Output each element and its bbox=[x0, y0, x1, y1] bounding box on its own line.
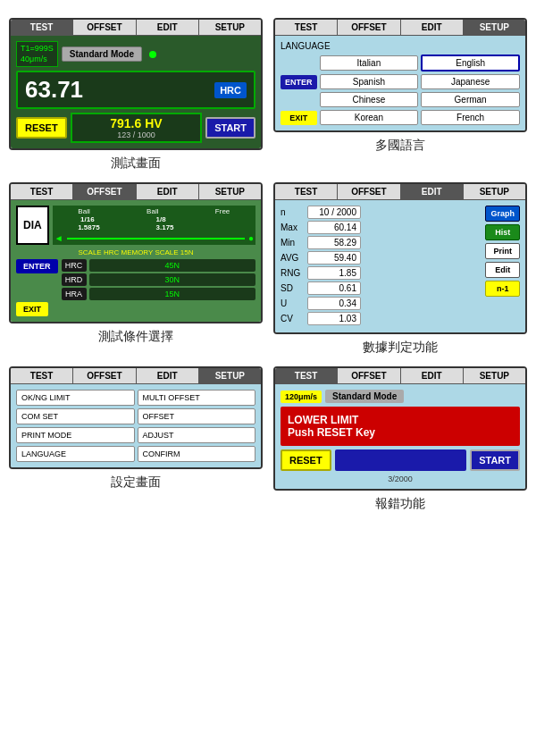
setup-panel: TEST OFFSET EDIT SETUP OK/NG LIMITMULTI … bbox=[9, 366, 263, 469]
setup-item[interactable]: OFFSET bbox=[138, 408, 256, 424]
row-key: Min bbox=[281, 238, 306, 248]
data-btn-graph[interactable]: Graph bbox=[485, 206, 520, 222]
row-key: RNG bbox=[281, 268, 306, 278]
nav-edit-3[interactable]: EDIT bbox=[137, 184, 199, 199]
error-top-row: 120μm/s Standard Mode bbox=[281, 390, 520, 403]
hv-value: 791.6 HV bbox=[110, 116, 162, 130]
enter-button[interactable]: ENTER bbox=[281, 75, 317, 89]
panel-test-conditions: TEST OFFSET EDIT SETUP DIA Ball Ball Fre… bbox=[9, 182, 263, 356]
row-key: CV bbox=[281, 314, 306, 323]
nav-test-1[interactable]: TEST bbox=[11, 20, 73, 35]
nav-test-5[interactable]: TEST bbox=[11, 368, 73, 383]
data-row: Min58.29 bbox=[281, 236, 482, 249]
data-row: Max60.14 bbox=[281, 221, 482, 234]
setup-item[interactable]: CONFIRM bbox=[138, 446, 256, 462]
nav-bar-1: TEST OFFSET EDIT SETUP bbox=[11, 20, 261, 36]
main-value-display: 63.71 HRC bbox=[16, 71, 255, 109]
caption-5: 設定畫面 bbox=[111, 475, 161, 491]
setup-item[interactable]: PRINT MODE bbox=[16, 427, 135, 443]
start-button[interactable]: START bbox=[205, 117, 255, 139]
lang-english[interactable]: English bbox=[421, 55, 520, 71]
col-vals2: 1.5875 3.175 bbox=[54, 223, 254, 231]
nav-setup-4[interactable]: SETUP bbox=[464, 184, 525, 199]
panel-language: TEST OFFSET EDIT SETUP LANGUAGE Italian … bbox=[273, 18, 527, 172]
enter-button-3[interactable]: ENTER bbox=[16, 259, 58, 273]
setup-item[interactable]: COM SET bbox=[16, 408, 135, 424]
setup-body: OK/NG LIMITMULTI OFFSETCOM SETOFFSETPRIN… bbox=[11, 384, 261, 467]
nav-offset-2[interactable]: OFFSET bbox=[338, 20, 400, 35]
row-key: SD bbox=[281, 283, 306, 293]
nav-edit-5[interactable]: EDIT bbox=[137, 368, 199, 383]
lang-spanish[interactable]: Spanish bbox=[320, 74, 419, 89]
hrd-val: 30N bbox=[89, 273, 255, 286]
nav-setup-2[interactable]: SETUP bbox=[464, 20, 525, 35]
nav-edit-6[interactable]: EDIT bbox=[401, 368, 464, 383]
nav-offset-3[interactable]: OFFSET bbox=[73, 184, 136, 199]
setup-item[interactable]: ADJUST bbox=[138, 427, 256, 443]
test-screen-panel: TEST OFFSET EDIT SETUP T1=999S 40μm/s St… bbox=[9, 18, 263, 150]
lang-japanese[interactable]: Japanese bbox=[421, 74, 520, 89]
data-btn-n-1[interactable]: n-1 bbox=[485, 281, 520, 297]
data-btn-hist[interactable]: Hist bbox=[485, 224, 520, 240]
arrow-right: ● bbox=[248, 233, 254, 243]
data-btn-print[interactable]: Print bbox=[485, 243, 520, 259]
lang-korean[interactable]: Korean bbox=[320, 110, 419, 125]
error-body: 120μm/s Standard Mode LOWER LIMIT Push R… bbox=[275, 384, 525, 489]
nav-setup-5[interactable]: SETUP bbox=[199, 368, 261, 383]
exit-button[interactable]: EXIT bbox=[281, 111, 317, 125]
panel-error: TEST OFFSET EDIT SETUP 120μm/s Standard … bbox=[273, 366, 527, 512]
option-hra: HRA 15N bbox=[62, 288, 255, 300]
mode-label-6: Standard Mode bbox=[325, 390, 404, 403]
lang-chinese[interactable]: Chinese bbox=[320, 92, 419, 107]
row-key: U bbox=[281, 298, 306, 308]
setup-item[interactable]: MULTI OFFSET bbox=[138, 390, 256, 406]
slider-row: ◄ ● bbox=[54, 233, 254, 243]
col-ball2: Ball bbox=[147, 207, 158, 215]
nav-test-2[interactable]: TEST bbox=[275, 20, 338, 35]
col-vals1: 1/16 1/8 bbox=[54, 215, 254, 223]
nav-test-3[interactable]: TEST bbox=[11, 184, 73, 199]
bottom-row: RESET 791.6 HV 123 / 1000 START bbox=[16, 113, 255, 143]
option-col: HRC 45N HRD 30N HRA 15N bbox=[62, 259, 255, 300]
lang-italian[interactable]: Italian bbox=[320, 55, 419, 71]
setup-item[interactable]: OK/NG LIMIT bbox=[16, 390, 135, 406]
row-val: 0.34 bbox=[307, 297, 361, 310]
option-hrc: HRC 45N bbox=[62, 259, 255, 272]
setup-item[interactable]: LANGUAGE bbox=[16, 446, 135, 462]
nav-setup-3[interactable]: SETUP bbox=[199, 184, 261, 199]
row-key: n bbox=[281, 207, 306, 217]
test-screen-body: T1=999S 40μm/s Standard Mode 63.71 HRC R… bbox=[11, 36, 261, 148]
reset-button[interactable]: RESET bbox=[16, 117, 67, 139]
data-btn-edit[interactable]: Edit bbox=[485, 262, 520, 278]
top-row: T1=999S 40μm/s Standard Mode bbox=[16, 41, 255, 67]
nav-offset-4[interactable]: OFFSET bbox=[338, 184, 400, 199]
nav-offset-5[interactable]: OFFSET bbox=[73, 368, 136, 383]
data-panel: TEST OFFSET EDIT SETUP n10 / 2000Max60.1… bbox=[273, 182, 527, 334]
nav-setup-1[interactable]: SETUP bbox=[199, 20, 261, 35]
lang-french[interactable]: French bbox=[421, 110, 520, 125]
nav-edit-4[interactable]: EDIT bbox=[401, 184, 464, 199]
hra-label: HRA bbox=[62, 288, 87, 300]
nav-test-6[interactable]: TEST bbox=[275, 368, 338, 383]
reset-button-6[interactable]: RESET bbox=[281, 449, 331, 471]
start-button-6[interactable]: START bbox=[470, 449, 520, 471]
error-line1: LOWER LIMIT bbox=[288, 414, 513, 426]
lang-german[interactable]: German bbox=[421, 92, 520, 107]
hv-sub: 123 / 1000 bbox=[117, 130, 155, 139]
panel-data: TEST OFFSET EDIT SETUP n10 / 2000Max60.1… bbox=[273, 182, 527, 356]
hrd-label: HRD bbox=[62, 273, 87, 286]
row-key: AVG bbox=[281, 253, 306, 263]
panel-test-screen: TEST OFFSET EDIT SETUP T1=999S 40μm/s St… bbox=[9, 18, 263, 172]
option-hrd: HRD 30N bbox=[62, 273, 255, 286]
nav-test-4[interactable]: TEST bbox=[275, 184, 338, 199]
row-val: 0.61 bbox=[307, 281, 361, 295]
nav-offset-6[interactable]: OFFSET bbox=[338, 368, 400, 383]
exit-button-3[interactable]: EXIT bbox=[16, 302, 48, 316]
nav-edit-1[interactable]: EDIT bbox=[137, 20, 199, 35]
nav-offset-1[interactable]: OFFSET bbox=[73, 20, 136, 35]
nav-setup-6[interactable]: SETUP bbox=[464, 368, 525, 383]
status-dot bbox=[149, 51, 156, 58]
nav-edit-2[interactable]: EDIT bbox=[401, 20, 464, 35]
data-buttons: GraphHistPrintEditn-1 bbox=[485, 206, 520, 327]
data-row: CV1.03 bbox=[281, 312, 482, 325]
